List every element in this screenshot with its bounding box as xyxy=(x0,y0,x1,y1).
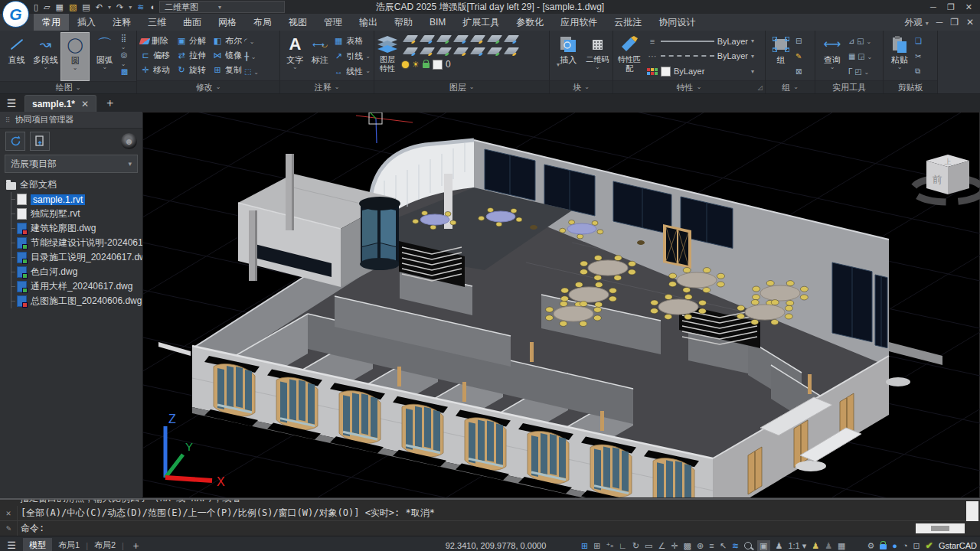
polyline-button[interactable]: ↝ 多段线⌄ xyxy=(32,32,60,81)
import-file-button[interactable] xyxy=(30,132,50,151)
tree-file-energy[interactable]: 节能绿建设计说明-20240612.dwg xyxy=(6,236,142,250)
transparency-icon[interactable]: ▩ xyxy=(684,541,691,550)
layer-color-swatch[interactable] xyxy=(433,60,443,70)
viewport-controls-icon[interactable]: ▣ xyxy=(757,540,769,551)
annotation-scale-select[interactable]: 1:1 ▾ xyxy=(788,541,806,550)
layer-combo[interactable]: ☀ 0 ▾ xyxy=(402,59,560,70)
leader-button[interactable]: ↗引线⌄ xyxy=(333,51,371,62)
panel-utilities-label[interactable]: 实用工具 xyxy=(815,80,883,93)
annotation-visibility-icon[interactable]: ♟ xyxy=(776,541,783,550)
text-button[interactable]: A 文字⌄ xyxy=(283,32,307,80)
move-button[interactable]: ✛移动 xyxy=(140,64,170,76)
qr-code-button[interactable]: 二维码⌄ xyxy=(586,32,609,80)
dimension-button[interactable]: ⟷◡ 标注 xyxy=(309,32,332,80)
new-doc-tab-icon[interactable]: ＋ xyxy=(98,96,122,112)
panel-expander-icon[interactable]: ◿ xyxy=(758,84,763,91)
lineweight-select[interactable]: ≡ ByLayer▾ xyxy=(647,37,754,46)
layer-unlock-icon[interactable] xyxy=(436,47,452,54)
panel-block-label[interactable]: 块⌄ xyxy=(550,80,612,93)
erase-button[interactable]: 删除 xyxy=(140,35,170,47)
array-tools-icon[interactable]: ⬚ ⌄ xyxy=(244,67,259,76)
boolean-button[interactable]: ◧布尔 xyxy=(212,35,242,47)
polar-tracking-icon[interactable]: ↻ xyxy=(632,541,639,550)
layer-stack-icon[interactable]: ≋ xyxy=(137,2,144,12)
layer-thaw-icon[interactable] xyxy=(420,47,435,54)
performance-icon[interactable]: ◔ xyxy=(903,541,908,550)
copy-button[interactable]: ⊞复制 xyxy=(212,64,242,76)
tree-file-sample[interactable]: sample.1.rvt xyxy=(6,192,142,207)
undo-caret-icon[interactable]: ▾ xyxy=(108,4,111,11)
command-vscrollbar[interactable] xyxy=(966,501,978,521)
layer-bulb-icon[interactable] xyxy=(402,61,409,68)
paste-button[interactable]: 粘贴⌄ xyxy=(887,32,913,80)
panel-modify-label[interactable]: 修改⌄ xyxy=(137,80,279,93)
doc-close-icon[interactable]: ✕ xyxy=(966,17,974,28)
tab-output[interactable]: 输出 xyxy=(351,14,386,31)
panel-group-label[interactable]: 组⌄ xyxy=(766,80,815,93)
panel-clipboard-label[interactable]: 剪贴板 xyxy=(884,80,937,93)
command-input-row[interactable]: ✎ 命令: xyxy=(0,521,980,536)
tab-home[interactable]: 常用 xyxy=(34,14,69,31)
layer-lock-state-icon[interactable] xyxy=(423,63,430,68)
point-tools-icon[interactable]: ⣿ ⌄ xyxy=(121,34,132,51)
color-select[interactable]: ByLayer▾ xyxy=(647,67,754,77)
save-as-icon[interactable]: ▧ xyxy=(69,2,77,12)
ungroup-icon[interactable]: ⊟ xyxy=(795,37,802,45)
layer-properties-button[interactable]: 图层特性 xyxy=(377,32,397,80)
tab-view[interactable]: 视图 xyxy=(280,14,315,31)
undo-icon[interactable]: ↶ xyxy=(96,2,103,12)
project-select[interactable]: 浩辰项目部 ▾ xyxy=(5,155,138,173)
save-icon[interactable]: ▦ xyxy=(56,2,64,12)
ortho-icon[interactable]: ∟ xyxy=(619,541,627,550)
stretch-button[interactable]: ⇄拉伸 xyxy=(176,50,206,61)
minimize-icon[interactable]: ─ xyxy=(930,2,936,12)
object-isolate-icon[interactable]: ● xyxy=(892,541,897,550)
grid-snap-icon[interactable]: ⊞ xyxy=(581,541,588,550)
tab-insert[interactable]: 插入 xyxy=(69,14,104,31)
close-icon[interactable]: ✕ xyxy=(965,2,972,12)
object-snap-3d-icon[interactable]: ✛ xyxy=(671,541,678,550)
quick-view-icon[interactable]: ▦ xyxy=(838,541,845,550)
document-tab[interactable]: sample.1* ✕ xyxy=(24,95,96,112)
group-button[interactable]: 组 xyxy=(769,32,793,80)
tab-manage[interactable]: 管理 xyxy=(315,14,351,31)
layer-match-icon[interactable] xyxy=(487,35,502,42)
linetype-select[interactable]: ⋯ ByLayer▾ xyxy=(647,51,754,61)
tab-3d[interactable]: 三维 xyxy=(139,14,175,31)
doc-restore-icon[interactable]: ❐ xyxy=(950,17,959,28)
cancel-icon[interactable]: ✕ xyxy=(0,506,18,520)
mirror-button[interactable]: ⋈镜像 xyxy=(212,50,242,61)
tree-file-sebaihe[interactable]: 色白河.dwg xyxy=(6,265,142,279)
user-avatar[interactable]: ☻ xyxy=(121,133,137,149)
layer-copy-icon[interactable] xyxy=(487,47,502,54)
clean-screen-icon[interactable]: ⊡ xyxy=(913,541,920,550)
annotation-monitor-icon[interactable]: ♟ xyxy=(825,541,832,550)
open-file-icon[interactable]: ▱ xyxy=(44,2,50,12)
panel-grip-icon[interactable]: ⠿ xyxy=(5,116,11,124)
isodraft-icon[interactable]: ≋ xyxy=(732,541,739,550)
insert-block-button[interactable]: 插入 xyxy=(553,32,584,80)
tab-annotate[interactable]: 注释 xyxy=(104,14,139,31)
doc-menu-icon[interactable]: ☰ xyxy=(0,94,23,112)
drawing-viewport[interactable]: 上前ZYX xyxy=(143,112,980,498)
tree-file-detail[interactable]: 通用大样_20240617.dwg xyxy=(6,279,142,294)
group-select-icon[interactable]: ⊠ xyxy=(795,67,802,76)
lineweight-display-icon[interactable]: ≡ xyxy=(709,541,714,550)
layout2-tab[interactable]: 布局2 xyxy=(88,538,122,551)
explode-button[interactable]: ▣分解 xyxy=(176,35,206,47)
tab-cloud-markup[interactable]: 云批注 xyxy=(606,14,650,31)
copy-clip-icon[interactable]: ❏ xyxy=(915,37,922,45)
new-file-icon[interactable]: ▯ xyxy=(34,2,38,12)
ellipse-tools-icon[interactable]: ◎ ⌄ xyxy=(121,51,132,67)
tab-help[interactable]: 帮助 xyxy=(386,14,421,31)
arc-button[interactable]: ⌒ 圆弧⌄ xyxy=(91,32,119,81)
layer-state-icon[interactable] xyxy=(504,47,519,54)
doc-minimize-icon[interactable]: ─ xyxy=(936,17,943,28)
offset-button[interactable]: ⊏偏移 xyxy=(140,50,170,61)
layer-walk-icon[interactable] xyxy=(470,35,485,42)
tab-mesh[interactable]: 网格 xyxy=(210,14,245,31)
model-tab[interactable]: 模型 xyxy=(23,538,52,551)
tree-root-folder[interactable]: 全部文档 xyxy=(6,178,142,192)
layer-merge-icon[interactable] xyxy=(470,47,485,54)
cut-icon[interactable]: ✂ xyxy=(915,52,922,60)
